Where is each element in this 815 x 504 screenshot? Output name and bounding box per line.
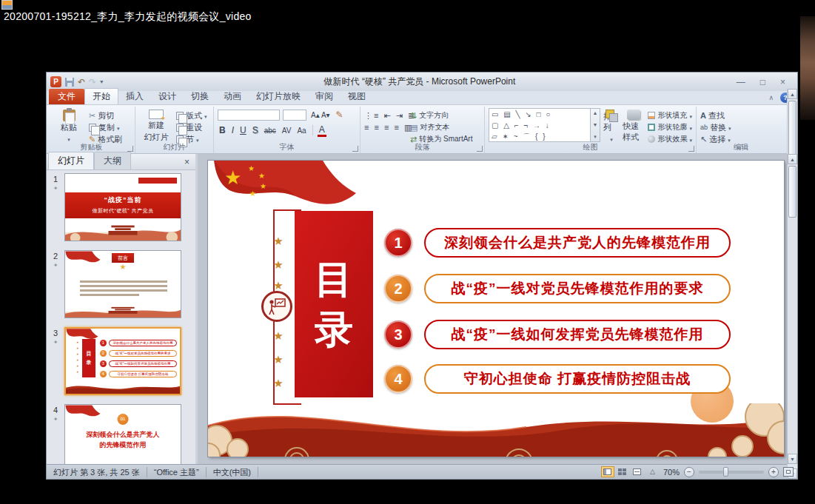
zoom-in-button[interactable]: +: [768, 467, 779, 477]
zoom-slider-thumb[interactable]: [723, 467, 728, 477]
shapes-gallery-scroll[interactable]: ▲ ▼: [591, 108, 600, 142]
panel-tab-slides[interactable]: 幻灯片: [48, 152, 94, 169]
toc-item-text: 战“疫”一线如何发挥党员先锋模范作用: [424, 320, 731, 349]
slide-thumbnail-4[interactable]: 01 深刻领会什么是共产党人 的先锋模范作用: [64, 404, 181, 464]
panel-tabs: 幻灯片 大纲 ×: [47, 154, 195, 170]
current-slide-canvas[interactable]: ★ ★ ★ ★ ★ ★ ★ ★: [208, 161, 784, 457]
bold-button[interactable]: B: [218, 125, 227, 135]
maximize-button[interactable]: □: [760, 77, 765, 87]
tab-animations[interactable]: 动画: [216, 89, 249, 104]
paragraph-dialog-launcher[interactable]: [477, 146, 483, 152]
tab-review[interactable]: 审阅: [308, 89, 341, 104]
group-paragraph: ⋮≡ ⇤ ⇥ ≣ ≡ ≡ ≡ ≡ ▥ ⇅文字方向 ▤对齐文本 ⇄转换为 Smar…: [360, 107, 485, 153]
shape-fill-button[interactable]: 形状填充: [648, 110, 692, 121]
dropdown-caret-icon: [728, 123, 731, 132]
save-icon[interactable]: [65, 78, 74, 87]
text-shadow-button[interactable]: S: [251, 125, 260, 135]
reading-view-button[interactable]: [631, 466, 644, 477]
cut-button[interactable]: ✂剪切: [89, 110, 122, 121]
align-text-button[interactable]: ▤对齐文本: [410, 122, 472, 132]
scroll-down-button[interactable]: ▼: [788, 454, 797, 464]
collapse-ribbon-icon[interactable]: ∧: [768, 94, 774, 101]
powerpoint-logo-icon[interactable]: P: [50, 76, 61, 87]
slide-thumbnail-2[interactable]: 前言 ★: [64, 250, 181, 318]
font-size-combobox[interactable]: [283, 110, 306, 121]
zoom-slider[interactable]: [699, 471, 764, 474]
scroll-up-button[interactable]: ▲: [788, 89, 797, 99]
main-scrollbar-thumb[interactable]: [788, 166, 796, 218]
tab-file[interactable]: 文件: [49, 89, 84, 104]
main-scrollbar[interactable]: ▲ ▼: [787, 154, 797, 464]
italic-button[interactable]: I: [230, 125, 235, 135]
redo-icon[interactable]: ↷: [89, 78, 96, 87]
layout-button[interactable]: 版式: [176, 110, 207, 121]
thumbnail-row-1: 1 ✦ “战疫”当前 做新时代“硬核” 共产党员: [47, 173, 184, 241]
quick-styles-button[interactable]: 快速样式: [623, 108, 645, 143]
scroll-up-button[interactable]: ▲: [788, 154, 797, 164]
copy-button[interactable]: 复制: [89, 122, 122, 132]
slide-counter: 幻灯片 第 3 张, 共 25 张: [47, 467, 147, 477]
normal-view-button[interactable]: [601, 466, 614, 477]
clipboard-dialog-launcher[interactable]: [127, 146, 133, 152]
shapes-gallery[interactable]: ▭ ▤ ╲ ↘ □ ○ ▢ △ ⌐ ¬ → ↓ ▱ ✶ ~ ⌒ { }: [489, 108, 591, 142]
fit-to-window-button[interactable]: [783, 467, 794, 477]
tab-view[interactable]: 视图: [341, 89, 373, 104]
slide-number: 1: [53, 175, 58, 184]
find-button[interactable]: A查找: [700, 110, 731, 121]
minimize-button[interactable]: —: [737, 77, 745, 87]
font-dialog-launcher[interactable]: [352, 146, 358, 152]
tab-design[interactable]: 设计: [151, 89, 184, 104]
thumb4-title-line1: 深刻领会什么是共产党人: [65, 430, 181, 440]
font-size-buttons[interactable]: A▴ A▾: [309, 111, 332, 119]
animation-indicator-icon: ✦: [53, 185, 58, 192]
slide-thumbnail-1[interactable]: “战疫”当前 做新时代“硬核” 共产党员: [64, 173, 181, 241]
drawing-group-label: 绘图: [485, 142, 696, 152]
font-name-combobox[interactable]: [218, 110, 280, 121]
character-spacing-button[interactable]: AV: [281, 127, 293, 135]
panel-tab-outline[interactable]: 大纲: [94, 152, 131, 169]
tab-slideshow[interactable]: 幻灯片放映: [249, 89, 308, 104]
zoom-out-button[interactable]: −: [684, 467, 694, 477]
new-slide-button[interactable]: 新建 幻灯片: [139, 108, 173, 143]
shape-outline-button[interactable]: 形状轮廓: [648, 122, 692, 132]
panel-close-icon[interactable]: ×: [184, 157, 195, 169]
shapes-more-icon: [594, 134, 597, 140]
theme-name[interactable]: “Office 主题”: [147, 467, 207, 477]
list-indent-buttons[interactable]: ⋮≡ ⇤ ⇥ ≣: [364, 110, 407, 121]
change-case-button[interactable]: Aa: [295, 127, 307, 135]
thumbnail-row-4: 4 ✦ 01 深刻领会什么是共产党人 的先锋模范作用: [47, 404, 184, 464]
thumb1-subtitle: 做新时代“硬核” 共产党员: [65, 207, 181, 215]
svg-text:★: ★: [249, 189, 256, 198]
speaker-emblem-icon: [261, 291, 292, 322]
powerpoint-window: P ↶ ↷ ▾ 做新时代 “硬核” 共产党员 - Microsoft Power…: [46, 72, 798, 480]
reset-icon: [176, 124, 184, 132]
ribbon-tab-row: 文件 开始 插入 设计 切换 动画 幻灯片放映 审阅 视图 ∧ ?: [47, 91, 797, 105]
mini-toc-row: 4 守初心担使命 打赢疫情防控阻击战: [100, 370, 177, 377]
text-direction-icon: ⇅: [410, 112, 417, 120]
undo-icon[interactable]: ↶: [78, 78, 85, 87]
dropdown-caret-icon: [204, 111, 207, 120]
paste-button[interactable]: 粘贴: [52, 108, 86, 143]
group-editing: A查找 ab替换 ↖选择 编辑: [697, 107, 785, 153]
strikethrough-button[interactable]: abc: [263, 127, 278, 135]
replace-button[interactable]: ab替换: [700, 122, 731, 132]
text-direction-button[interactable]: ⇅文字方向: [410, 110, 472, 121]
shape-fill-icon: [648, 112, 655, 119]
reset-button[interactable]: 重设: [176, 122, 207, 132]
slide-thumbnail-3-selected[interactable]: ★★★★★★ 目 录 1 深刻领会什么是共产党人的先锋模范作用 2: [64, 327, 181, 395]
font-color-button[interactable]: A: [318, 124, 326, 137]
slide-sorter-view-button[interactable]: [616, 466, 629, 477]
alignment-buttons[interactable]: ≡ ≡ ≡ ≡ ▥: [364, 122, 407, 132]
arrange-button[interactable]: 排列: [603, 108, 620, 143]
slideshow-view-button[interactable]: ▽: [645, 466, 659, 477]
clear-formatting-icon[interactable]: ✎: [335, 110, 345, 120]
tab-home[interactable]: 开始: [84, 88, 118, 104]
ribbon: 粘贴 ✂剪切 复制 ✎格式刷 剪贴板 新建 幻灯片 版式: [47, 105, 797, 154]
toc-item-text: 深刻领会什么是共产党人的先锋模范作用: [424, 228, 731, 258]
tab-insert[interactable]: 插入: [118, 89, 151, 104]
drawing-dialog-launcher[interactable]: [688, 146, 694, 152]
tab-transitions[interactable]: 切换: [184, 89, 216, 104]
language-indicator[interactable]: 中文(中国): [207, 467, 258, 477]
underline-button[interactable]: U: [238, 125, 248, 135]
close-button[interactable]: ×: [780, 77, 785, 87]
